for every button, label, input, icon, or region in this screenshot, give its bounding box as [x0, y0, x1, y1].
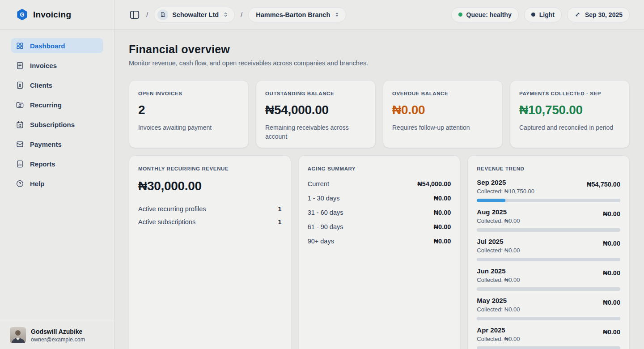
sidebar-item-help[interactable]: Help — [11, 176, 103, 191]
company-selector[interactable]: Schowalter Ltd — [154, 7, 235, 23]
sidebar-toggle-icon[interactable] — [129, 9, 140, 21]
row-label: 1 - 30 days — [308, 195, 340, 202]
breadcrumb-separator: / — [146, 11, 148, 18]
sidebar-item-label: Invoices — [30, 62, 57, 69]
stat-description: Requires follow-up attention — [392, 123, 493, 132]
stat-label: PAYMENTS COLLECTED · SEP — [519, 91, 620, 96]
list-item: 90+ days ₦0.00 — [308, 237, 451, 245]
row-value: ₦0.00 — [434, 195, 451, 202]
stat-card-open-invoices: OPEN INVOICES 2 Invoices awaiting paymen… — [129, 80, 249, 148]
dashboard-main: Financial overview Monitor revenue, cash… — [114, 30, 644, 349]
company-name: Schowalter Ltd — [172, 11, 219, 18]
stat-label: OUTSTANDING BALANCE — [265, 91, 366, 96]
stat-value: 2 — [138, 103, 239, 117]
sidebar-item-label: Reports — [30, 160, 55, 168]
progress-fill — [477, 199, 505, 202]
sidebar-item-label: Help — [30, 180, 45, 187]
stat-description: Invoices awaiting payment — [138, 123, 239, 132]
user-name: Godswill Azubike — [31, 328, 85, 335]
sidebar-item-dashboard[interactable]: Dashboard — [11, 38, 103, 53]
row-value: ₦0.00 — [434, 223, 451, 230]
row-label: Active recurring profiles — [138, 205, 206, 213]
trend-month: Jul 2025 — [477, 238, 520, 245]
row-label: 31 - 60 days — [308, 209, 343, 216]
list-item: 31 - 60 days ₦0.00 — [308, 208, 451, 217]
row-label: Active subscriptions — [138, 218, 195, 226]
theme-dot — [531, 13, 535, 17]
trend-collected: Collected: ₦0.00 — [477, 277, 520, 283]
card-label: MONTHLY RECURRING REVENUE — [138, 166, 282, 171]
payments-envelope-icon — [16, 140, 24, 149]
trend-month: Jun 2025 — [477, 267, 520, 275]
trend-value: ₦0.00 — [603, 238, 620, 247]
sidebar-item-reports[interactable]: Reports — [11, 156, 103, 171]
trend-value: ₦0.00 — [603, 208, 620, 217]
trend-row-sep: Sep 2025 Collected: ₦10,750.00 ₦54,750.0… — [477, 179, 620, 202]
trend-row-jun: Jun 2025 Collected: ₦0.00 ₦0.00 — [477, 267, 620, 291]
user-profile[interactable]: Godswill Azubike owner@example.com — [0, 321, 114, 349]
sidebar-item-label: Recurring — [30, 101, 62, 109]
sidebar-item-clients[interactable]: Clients — [11, 77, 103, 93]
list-item: Current ₦54,000.00 — [308, 179, 451, 188]
queue-status-badge[interactable]: Queue: healthy — [451, 7, 519, 22]
trend-collected: Collected: ₦0.00 — [477, 306, 520, 313]
trend-value: ₦0.00 — [603, 267, 620, 277]
aging-summary-card: AGING SUMMARY Current ₦54,000.00 1 - 30 … — [298, 155, 461, 349]
queue-status-label: Queue: healthy — [466, 11, 512, 18]
trend-value: ₦0.00 — [603, 326, 620, 336]
sidebar-item-label: Subscriptions — [30, 121, 75, 128]
trend-value: ₦0.00 — [603, 297, 620, 306]
trend-row-jul: Jul 2025 Collected: ₦0.00 ₦0.00 — [477, 238, 620, 261]
card-label: AGING SUMMARY — [308, 166, 451, 171]
theme-label: Light — [539, 11, 555, 18]
sidebar-nav: Dashboard Invoices Clients — [0, 30, 114, 321]
trend-row-aug: Aug 2025 Collected: ₦0.00 ₦0.00 — [477, 208, 620, 232]
branch-selector[interactable]: Hammes-Barton Branch — [248, 7, 346, 22]
sidebar-item-label: Payments — [30, 140, 62, 148]
theme-toggle[interactable]: Light — [524, 7, 562, 22]
date-label: Sep 30, 2025 — [585, 11, 623, 18]
row-value: 1 — [278, 205, 282, 213]
subscriptions-calendar-icon — [16, 120, 24, 129]
date-selector[interactable]: Sep 30, 2025 — [567, 7, 630, 22]
trend-month: Apr 2025 — [477, 326, 520, 334]
sidebar: G Invoicing Dashboard — [0, 0, 114, 349]
list-item: Active recurring profiles 1 — [138, 205, 282, 213]
diagonal-arrows-icon — [574, 11, 581, 18]
row-value: ₦0.00 — [434, 238, 451, 245]
mrr-value: ₦30,000.00 — [138, 179, 282, 193]
row-label: 61 - 90 days — [308, 223, 343, 230]
progress-track — [477, 317, 620, 320]
sidebar-item-recurring[interactable]: Recurring — [11, 97, 103, 112]
progress-track — [477, 228, 620, 232]
row-value: ₦0.00 — [434, 209, 451, 216]
card-label: REVENUE TREND — [477, 166, 620, 171]
sidebar-item-payments[interactable]: Payments — [11, 136, 103, 152]
dashboard-icon — [16, 42, 24, 50]
breadcrumb: / Schowalter Ltd — [129, 7, 346, 23]
sidebar-item-subscriptions[interactable]: Subscriptions — [11, 117, 103, 132]
branch-name: Hammes-Barton Branch — [256, 11, 330, 18]
clients-icon — [16, 81, 24, 89]
trend-month: May 2025 — [477, 297, 520, 304]
stat-card-payments-collected: PAYMENTS COLLECTED · SEP ₦10,750.00 Capt… — [510, 80, 630, 148]
top-bar: / Schowalter Ltd — [114, 0, 644, 30]
trend-month: Aug 2025 — [477, 208, 520, 216]
progress-track — [477, 287, 620, 291]
progress-track — [477, 199, 620, 202]
recurring-folder-icon — [16, 101, 24, 109]
app-title: Invoicing — [33, 10, 71, 20]
stat-label: OPEN INVOICES — [138, 91, 239, 96]
aging-rows: Current ₦54,000.00 1 - 30 days ₦0.00 31 … — [308, 179, 451, 245]
page-subtitle: Monitor revenue, cash flow, and open rec… — [129, 60, 630, 67]
detail-cards: MONTHLY RECURRING REVENUE ₦30,000.00 Act… — [129, 155, 630, 344]
chevron-updown-icon — [223, 12, 229, 17]
sidebar-item-invoices[interactable]: Invoices — [11, 58, 103, 73]
row-value: ₦54,000.00 — [417, 180, 451, 187]
sidebar-item-label: Clients — [30, 81, 52, 89]
content-column: / Schowalter Ltd — [114, 0, 644, 349]
stat-cards: OPEN INVOICES 2 Invoices awaiting paymen… — [129, 80, 630, 148]
stat-value: ₦10,750.00 — [519, 103, 620, 117]
row-label: 90+ days — [308, 238, 334, 245]
stat-value: ₦0.00 — [392, 103, 493, 117]
